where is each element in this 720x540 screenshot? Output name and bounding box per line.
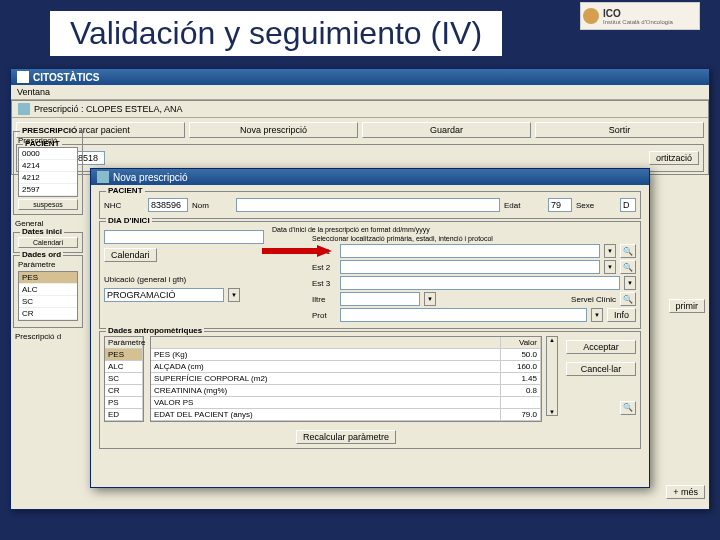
grid-header: Paràmetre xyxy=(105,337,143,348)
list-item[interactable]: 4212 xyxy=(19,172,77,184)
grid-cell[interactable]: PES xyxy=(105,349,143,360)
search-icon[interactable]: 🔍 xyxy=(620,244,636,258)
est2-input[interactable] xyxy=(340,260,600,274)
search-icon[interactable]: 🔍 xyxy=(620,292,636,306)
grid-cell[interactable]: ALC xyxy=(105,361,143,372)
list-item[interactable]: PES xyxy=(19,272,77,284)
save-button[interactable]: Guardar xyxy=(362,122,531,138)
cancel-button[interactable]: Cancel·lar xyxy=(566,362,636,376)
grid-cell[interactable]: 50.0 xyxy=(501,349,541,360)
modal-calendar-button[interactable]: Calendari xyxy=(104,248,157,262)
list-item[interactable]: ALC xyxy=(19,284,77,296)
window-icon xyxy=(18,103,30,115)
chevron-down-icon[interactable]: ▼ xyxy=(228,288,240,302)
grid-cell[interactable]: 79.0 xyxy=(501,409,541,420)
modal-sexe-label: Sexe xyxy=(576,201,616,210)
start-date-fieldset: DIA D'INICI Calendari Ubicació (general … xyxy=(99,221,641,329)
prescription-label: Prescripció xyxy=(18,136,78,145)
modal-patient-fieldset: PACIENT NHC Nom Edat Sexe xyxy=(99,191,641,219)
grid-cell[interactable]: 1.45 xyxy=(501,373,541,384)
suspended-button[interactable]: suspesos xyxy=(18,199,78,210)
modal-edat-input[interactable] xyxy=(548,198,572,212)
est1-input[interactable] xyxy=(340,244,600,258)
date-format-label: Data d'inici de la prescripció en format… xyxy=(272,226,636,233)
grid-header: Valor xyxy=(501,337,541,348)
grid-cell[interactable]: SC xyxy=(105,373,143,384)
app-icon xyxy=(17,71,29,83)
app-titlebar: CITOSTÀTICS xyxy=(11,69,709,85)
dates-legend: Dates inici xyxy=(20,227,64,236)
grid-cell: EDAT DEL PACIENT (anys) xyxy=(151,409,501,420)
iltre-input[interactable] xyxy=(340,292,420,306)
grid-cell: VALOR PS xyxy=(151,397,501,408)
anthropometric-grid: Valor PES (Kg)50.0 ALÇADA (cm)160.0 SUPE… xyxy=(150,336,542,422)
scroll-down-icon[interactable]: ▼ xyxy=(547,409,557,415)
info-button[interactable]: Info xyxy=(607,308,636,322)
chevron-down-icon[interactable]: ▼ xyxy=(604,244,616,258)
start-date-input[interactable] xyxy=(104,230,264,244)
prescription-list[interactable]: 0000 4214 4212 2597 xyxy=(18,147,78,197)
chevron-down-icon[interactable]: ▼ xyxy=(424,292,436,306)
list-item[interactable]: 2597 xyxy=(19,184,77,196)
slide-title: Validación y seguimiento (IV) xyxy=(50,11,502,56)
start-date-legend: DIA D'INICI xyxy=(106,216,152,225)
chevron-down-icon[interactable]: ▼ xyxy=(604,260,616,274)
exit-button[interactable]: Sortir xyxy=(535,122,704,138)
chevron-down-icon[interactable]: ▼ xyxy=(591,308,603,322)
scrollbar[interactable]: ▲ ▼ xyxy=(546,336,558,416)
authorization-button[interactable]: ortització xyxy=(649,151,699,165)
grid-cell: ALÇADA (cm) xyxy=(151,361,501,372)
list-item[interactable]: 0000 xyxy=(19,148,77,160)
params-legend: Dades ord xyxy=(20,250,63,259)
field-label: Iltre xyxy=(312,295,336,304)
red-arrow-icon xyxy=(262,245,332,257)
modal-nom-label: Nom xyxy=(192,201,232,210)
select-protocol-label: Seleccionar localització primària, estad… xyxy=(312,235,636,242)
est3-input[interactable] xyxy=(340,276,620,290)
servei-label: Servei Clínic xyxy=(571,295,616,304)
list-item[interactable]: CR xyxy=(19,308,77,320)
more-button[interactable]: + més xyxy=(666,485,705,499)
list-item[interactable]: SC xyxy=(19,296,77,308)
list-item[interactable]: 4214 xyxy=(19,160,77,172)
dialog-titlebar: Nova prescripció xyxy=(91,169,649,185)
grid-cell[interactable]: 0.8 xyxy=(501,385,541,396)
chevron-down-icon[interactable]: ▼ xyxy=(624,276,636,290)
search-icon[interactable]: 🔍 xyxy=(620,260,636,274)
prescription-titlebar: Prescripció : CLOPES ESTELA, ANA xyxy=(12,101,708,118)
menu-bar[interactable]: Ventana xyxy=(11,85,709,100)
params-fieldset: Dades ord Paràmetre PES ALC SC CR xyxy=(13,255,83,328)
modal-patient-legend: PACIENT xyxy=(106,186,145,195)
print-button[interactable]: primir xyxy=(669,299,706,313)
prescription-title: Prescripció : CLOPES ESTELA, ANA xyxy=(34,104,183,114)
field-label: Est 2 xyxy=(312,263,336,272)
search-icon[interactable]: 🔍 xyxy=(620,401,636,415)
prot-input[interactable] xyxy=(340,308,587,322)
ubication-label: Ubicació (general i gth) xyxy=(104,275,186,284)
param-code-grid: Paràmetre PES ALC SC CR PS ED xyxy=(104,336,144,422)
modal-nom-input[interactable] xyxy=(236,198,500,212)
param-label: Paràmetre xyxy=(18,260,78,269)
grid-cell[interactable]: PS xyxy=(105,397,143,408)
grid-cell[interactable]: 160.0 xyxy=(501,361,541,372)
prescription-window: Prescripció : CLOPES ESTELA, ANA Cercar … xyxy=(11,100,709,175)
dialog-title: Nova prescripció xyxy=(113,172,187,183)
dialog-icon xyxy=(97,171,109,183)
new-prescription-button[interactable]: Nova prescripció xyxy=(189,122,358,138)
param-list[interactable]: PES ALC SC CR xyxy=(18,271,78,321)
accept-button[interactable]: Acceptar xyxy=(566,340,636,354)
grid-cell: CREATININA (mg%) xyxy=(151,385,501,396)
scroll-up-icon[interactable]: ▲ xyxy=(547,337,557,343)
grid-cell: SUPERFÍCIE CORPORAL (m2) xyxy=(151,373,501,384)
grid-cell[interactable]: CR xyxy=(105,385,143,396)
field-label: Prot xyxy=(312,311,336,320)
grid-cell[interactable]: ED xyxy=(105,409,143,420)
calendar-button[interactable]: Calendari xyxy=(18,237,78,248)
recalculate-button[interactable]: Recalcular paràmetre xyxy=(296,430,396,444)
menu-ventana[interactable]: Ventana xyxy=(17,87,50,97)
grid-cell[interactable] xyxy=(501,397,541,408)
ubication-input[interactable] xyxy=(104,288,224,302)
modal-nhc-input[interactable] xyxy=(148,198,188,212)
prescription-legend: PRESCRIPCIÓ xyxy=(20,126,79,135)
modal-sexe-input[interactable] xyxy=(620,198,636,212)
